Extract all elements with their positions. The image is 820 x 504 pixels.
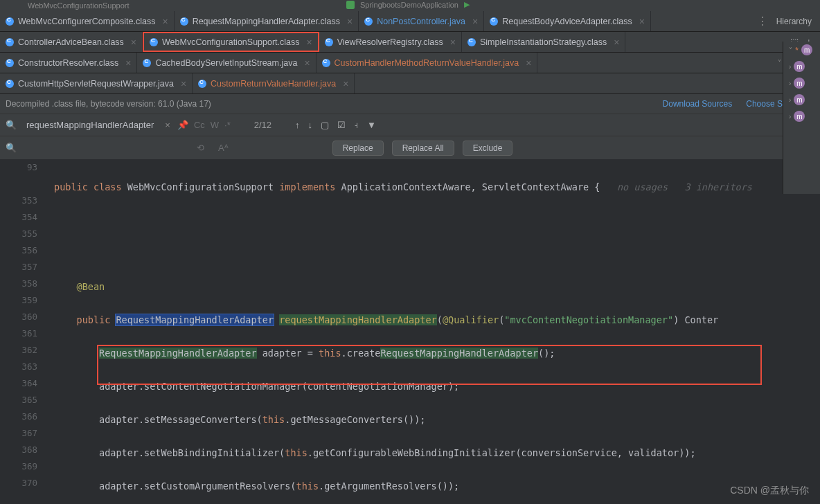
replace-button[interactable]: Replace [332, 141, 384, 156]
filter-icon[interactable]: ▼ [367, 120, 376, 130]
structure-panel: ˅*m ›m ›m ›m ›m [783, 42, 820, 194]
line-number: 366 [0, 411, 54, 428]
line-number: 368 [0, 444, 54, 461]
pin-icon[interactable]: 📌 [177, 120, 188, 130]
tab-row-4: CustomHttpServletRequestWrapper.java× Cu… [0, 73, 820, 94]
close-icon[interactable]: × [343, 78, 348, 89]
class-icon [467, 38, 476, 46]
bug-icon [346, 1, 355, 9]
structure-item[interactable]: ˅*m [783, 42, 820, 58]
editor-tabs: WebMvcConfigurerComposite.class× Request… [0, 11, 820, 94]
tab-customhandlermethodreturnvaluehandler[interactable]: CustomHandlerMethodReturnValueHandler.ja… [317, 53, 538, 73]
class-icon [198, 80, 206, 88]
line-number: 357 [0, 262, 54, 278]
close-icon[interactable]: × [472, 16, 478, 27]
tab-row-2: ControllerAdviceBean.class× WebMvcConfig… [0, 32, 820, 53]
line-number: 362 [0, 345, 54, 361]
close-icon[interactable]: × [307, 37, 312, 48]
class-icon [150, 38, 158, 46]
class-icon [180, 17, 188, 26]
close-icon[interactable]: × [450, 37, 456, 48]
find-input[interactable]: requestMappingHandlerAdapter [26, 120, 154, 130]
prev-match-icon[interactable]: ↑ [295, 120, 300, 130]
tab-viewresolverregistry[interactable]: ViewResolverRegistry.class× [319, 32, 462, 52]
line-number: 365 [0, 395, 54, 411]
add-selection-icon[interactable]: ☑ [337, 120, 346, 130]
exclude-button[interactable]: Exclude [463, 141, 513, 156]
editor-area: 93 353 354 355 356 357 358 359 360 361 3… [0, 159, 820, 504]
preserve-case-icon[interactable]: ⟲ [197, 143, 204, 153]
replace-search-icon[interactable]: 🔍 [6, 143, 17, 153]
tab-webmvcconfigurationsupport[interactable]: WebMvcConfigurationSupport.class× [143, 32, 319, 52]
tab-nonpostcontroller[interactable]: NonPostController.java× [359, 11, 484, 31]
tab-cachedbodyservletinputstream[interactable]: CachedBodyServletInputStream.java× [137, 53, 316, 73]
run-icon[interactable]: ▶ [464, 0, 470, 9]
class-icon [143, 59, 151, 67]
line-number: 358 [0, 278, 54, 295]
class-icon [322, 59, 330, 67]
hierarchy-label[interactable]: Hierarchy [776, 17, 812, 26]
select-all-icon[interactable]: ▢ [321, 120, 329, 130]
search-icon[interactable]: 🔍 [6, 120, 17, 130]
tab-constructorresolver[interactable]: ConstructorResolver.class× [0, 53, 137, 73]
line-number: 353 [0, 195, 54, 212]
whole-word-toggle[interactable]: W [211, 120, 219, 130]
structure-item[interactable]: ›m [783, 108, 820, 125]
settings-icon[interactable]: ⫞ [354, 120, 359, 130]
close-icon[interactable]: × [639, 16, 645, 27]
tab-customhttpservletrequestwrapper[interactable]: CustomHttpServletRequestWrapper.java× [0, 73, 193, 93]
close-icon[interactable]: × [347, 16, 353, 27]
class-icon [6, 17, 14, 26]
match-case-toggle[interactable]: Cc [194, 120, 205, 130]
line-number: 364 [0, 378, 54, 395]
tab-requestmappinghandleradapter[interactable]: RequestMappingHandlerAdapter.class× [175, 11, 359, 31]
class-icon [6, 59, 14, 67]
replace-all-button[interactable]: Replace All [392, 141, 454, 156]
gutter: 93 353 354 355 356 357 358 359 360 361 3… [0, 159, 54, 504]
line-number: 359 [0, 295, 54, 312]
match-count: 2/12 [254, 120, 271, 130]
breadcrumb: WebMvcConfigurationSupport [28, 1, 130, 10]
line-number: 354 [0, 212, 54, 228]
highlight-box [97, 345, 762, 385]
class-icon [364, 17, 373, 26]
tab-controlleradvicebean[interactable]: ControllerAdviceBean.class× [0, 32, 143, 52]
close-icon[interactable]: × [614, 37, 619, 48]
line-number: 93 [0, 162, 54, 179]
class-icon [6, 80, 14, 88]
line-number [0, 179, 54, 195]
decompile-info: Decompiled .class file, bytecode version… [6, 99, 211, 109]
decompile-info-bar: Decompiled .class file, bytecode version… [0, 94, 820, 114]
clear-search-icon[interactable]: × [165, 120, 170, 130]
line-number: 360 [0, 312, 54, 328]
close-icon[interactable]: × [181, 78, 186, 89]
line-number: 361 [0, 328, 54, 345]
structure-item[interactable]: ›m [783, 75, 820, 91]
tab-customreturnvaluehandler[interactable]: CustomReturnValueHandler.java× [193, 73, 355, 93]
watermark: CSDN @孟秋与你 [730, 485, 809, 497]
tab-webmvcconfigurercomposite[interactable]: WebMvcConfigurerComposite.class× [0, 11, 175, 31]
tab-row-3: ConstructorResolver.class× CachedBodySer… [0, 53, 820, 73]
close-icon[interactable]: × [304, 57, 310, 69]
line-number: 370 [0, 478, 54, 494]
chevron-down-icon[interactable]: ˅ [778, 59, 781, 66]
next-match-icon[interactable]: ↓ [308, 120, 313, 130]
close-icon[interactable]: × [526, 57, 531, 69]
close-icon[interactable]: × [162, 16, 168, 27]
download-sources-link[interactable]: Download Sources [663, 99, 733, 109]
class-icon [490, 17, 498, 26]
close-icon[interactable]: × [125, 57, 131, 69]
structure-item[interactable]: ›m [783, 91, 820, 108]
close-icon[interactable]: × [131, 37, 136, 48]
line-number: 367 [0, 428, 54, 444]
regex-toggle[interactable]: ·* [224, 120, 231, 130]
line-number: 355 [0, 228, 54, 245]
regex-replace-icon[interactable]: Aᴬ [218, 143, 229, 153]
code-editor[interactable]: public class WebMvcConfigurationSupport … [54, 159, 820, 504]
structure-item[interactable]: ›m [783, 58, 820, 75]
tab-requestbodyadviceadapter[interactable]: RequestBodyAdviceAdapter.class× [484, 11, 651, 31]
run-config-label[interactable]: SpringbootsDemoApplication [360, 1, 458, 9]
tab-simpleinstantiationstrategy[interactable]: SimpleInstantiationStrategy.class× [462, 32, 625, 52]
class-icon [6, 38, 14, 46]
more-tabs-icon[interactable]: ⋮ [757, 15, 768, 28]
